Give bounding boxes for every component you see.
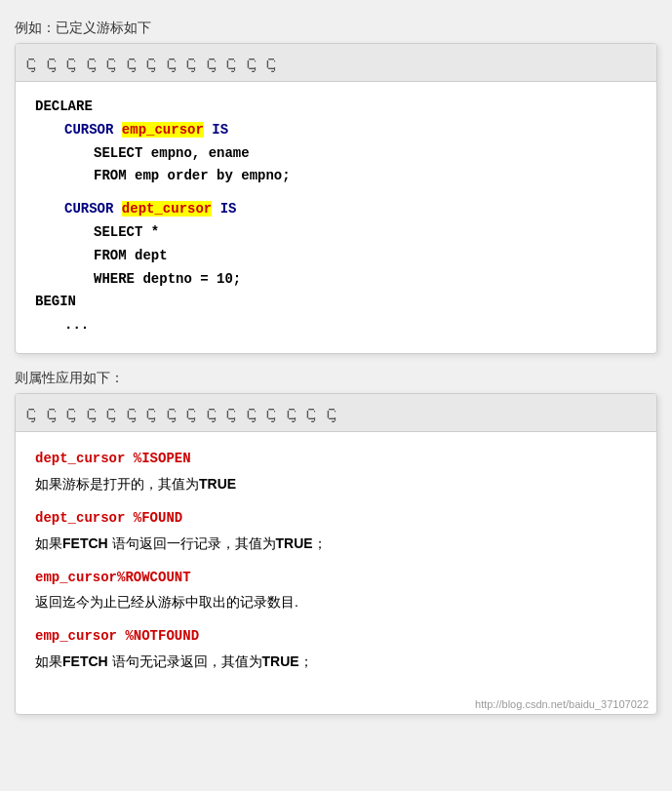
notebook2-content: dept_cursor %ISOPEN 如果游标是打开的，其值为TRUE dep… xyxy=(16,432,656,694)
dots: ... xyxy=(64,317,89,333)
keyword-declare: DECLARE xyxy=(35,99,93,114)
keyword-begin: BEGIN xyxy=(35,294,76,309)
highlight-emp-cursor: emp_cursor xyxy=(122,122,204,138)
keyword-select-1: SELECT xyxy=(94,145,142,161)
attr-item-4: emp_cursor %NOTFOUND xyxy=(35,623,637,650)
bold-true-1: TRUE xyxy=(199,476,236,492)
keyword-from-2: FROM xyxy=(94,248,127,263)
section2-label: 则属性应用如下： xyxy=(15,370,657,387)
spiral-decoration-2: ꞔ ꞔ ꞔ ꞔ ꞔ ꞔ ꞔ ꞔ ꞔ ꞔ ꞔ ꞔ ꞔ ꞔ ꞔ ꞔ xyxy=(25,400,338,425)
notebook1: ꞔ ꞔ ꞔ ꞔ ꞔ ꞔ ꞔ ꞔ ꞔ ꞔ ꞔ ꞔ ꞔ DECLARE CURSOR… xyxy=(15,43,657,354)
attr-item-3: emp_cursor%ROWCOUNT xyxy=(35,565,637,591)
code-block-1: DECLARE CURSOR emp_cursor IS SELECT empn… xyxy=(35,96,637,337)
select-cols-2: * xyxy=(151,224,159,240)
attr-desc-4: 如果FETCH 语句无记录返回，其值为TRUE； xyxy=(35,650,637,675)
from-clause-2: dept xyxy=(135,248,168,263)
attr-name-3: emp_cursor%ROWCOUNT xyxy=(35,570,191,585)
bold-true-3: TRUE xyxy=(262,653,299,669)
keyword-from-1: FROM xyxy=(94,168,127,183)
code-line-select1: SELECT empno, ename xyxy=(94,142,637,166)
notebook1-content: DECLARE CURSOR emp_cursor IS SELECT empn… xyxy=(16,82,656,353)
bold-fetch-1: FETCH xyxy=(62,535,108,551)
blank-line-1 xyxy=(35,188,637,198)
keyword-where: WHERE xyxy=(94,271,135,287)
keyword-select-2: SELECT xyxy=(94,224,142,240)
attr-item-1: dept_cursor %ISOPEN xyxy=(35,446,637,472)
code-line-select2: SELECT * xyxy=(94,221,637,245)
attr-desc-3: 返回迄今为止已经从游标中取出的记录数目. xyxy=(35,590,637,615)
keyword-is-2: IS xyxy=(220,201,237,217)
highlight-dept-cursor: dept_cursor xyxy=(122,201,212,217)
attr-block: dept_cursor %ISOPEN 如果游标是打开的，其值为TRUE dep… xyxy=(35,446,637,675)
code-line-where: WHERE deptno = 10; xyxy=(94,268,637,292)
bold-fetch-2: FETCH xyxy=(62,653,108,669)
notebook2: ꞔ ꞔ ꞔ ꞔ ꞔ ꞔ ꞔ ꞔ ꞔ ꞔ ꞔ ꞔ ꞔ ꞔ ꞔ ꞔ dept_cur… xyxy=(15,393,657,715)
keyword-cursor-1: CURSOR xyxy=(64,122,113,138)
where-clause: deptno = 10; xyxy=(142,271,241,287)
attr-desc-2: 如果FETCH 语句返回一行记录，其值为TRUE； xyxy=(35,532,637,557)
watermark: http://blog.csdn.net/baidu_37107022 xyxy=(16,694,656,714)
keyword-is-1: IS xyxy=(212,122,228,138)
attr-name-1: dept_cursor %ISOPEN xyxy=(35,451,191,466)
keyword-cursor-2: CURSOR xyxy=(64,201,113,217)
attr-desc-1: 如果游标是打开的，其值为TRUE xyxy=(35,472,637,497)
spiral-bar-2: ꞔ ꞔ ꞔ ꞔ ꞔ ꞔ ꞔ ꞔ ꞔ ꞔ ꞔ ꞔ ꞔ ꞔ ꞔ ꞔ xyxy=(16,394,656,432)
bold-true-2: TRUE xyxy=(276,535,313,551)
from-clause-1: emp order by empno; xyxy=(135,168,291,183)
code-line-dots: ... xyxy=(64,314,637,337)
select-cols-1: empno, ename xyxy=(151,145,250,161)
attr-name-2: dept_cursor %FOUND xyxy=(35,510,182,526)
code-line-declare: DECLARE xyxy=(35,96,637,119)
spiral-bar-1: ꞔ ꞔ ꞔ ꞔ ꞔ ꞔ ꞔ ꞔ ꞔ ꞔ ꞔ ꞔ ꞔ xyxy=(16,44,656,82)
code-line-from1: FROM emp order by empno; xyxy=(94,165,637,188)
code-line-begin: BEGIN xyxy=(35,291,637,314)
code-line-dept-cursor: CURSOR dept_cursor IS xyxy=(64,198,637,221)
code-line-from2: FROM dept xyxy=(94,245,637,268)
section1-label: 例如：已定义游标如下 xyxy=(15,20,657,37)
attr-name-4: emp_cursor %NOTFOUND xyxy=(35,628,199,644)
attr-item-2: dept_cursor %FOUND xyxy=(35,505,637,532)
code-line-emp-cursor: CURSOR emp_cursor IS xyxy=(64,119,637,142)
spiral-decoration-1: ꞔ ꞔ ꞔ ꞔ ꞔ ꞔ ꞔ ꞔ ꞔ ꞔ ꞔ ꞔ ꞔ xyxy=(25,50,278,75)
